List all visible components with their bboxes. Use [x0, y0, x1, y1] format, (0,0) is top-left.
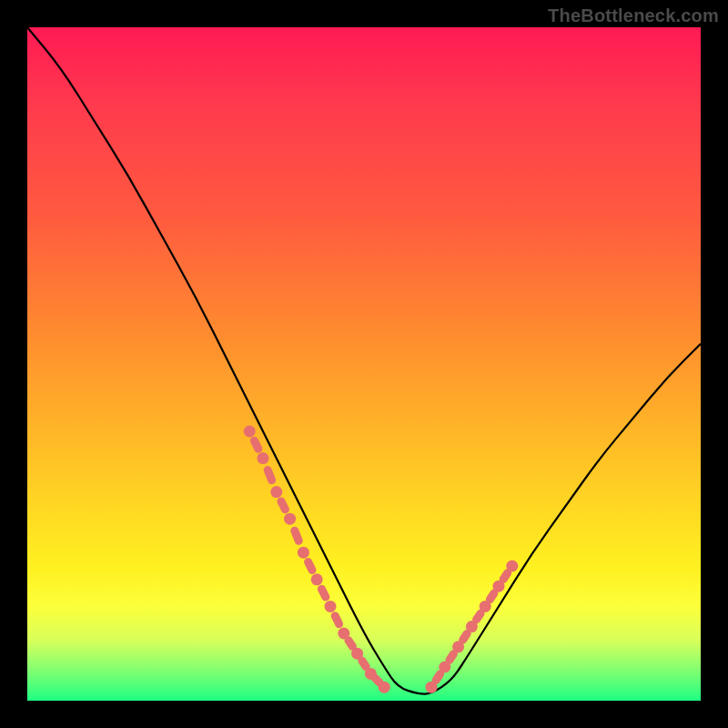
highlight-dot [298, 547, 309, 559]
chart-frame: TheBottleneck.com [0, 0, 728, 728]
highlight-dash [349, 641, 352, 647]
highlight-dots-left [244, 426, 390, 693]
highlight-dash [321, 589, 325, 597]
highlight-dot [325, 601, 337, 612]
highlight-dot [270, 486, 282, 498]
highlight-dot [244, 426, 256, 438]
highlight-dots-right [426, 561, 519, 693]
highlight-dash [450, 654, 453, 661]
highlight-dash [308, 562, 312, 571]
highlight-dash [436, 674, 440, 681]
highlight-dash [335, 616, 339, 624]
highlight-dash [268, 470, 271, 480]
highlight-dash [376, 679, 379, 682]
highlight-dot [284, 513, 296, 525]
watermark-text: TheBottleneck.com [548, 5, 719, 26]
highlight-dot [379, 682, 390, 693]
highlight-dash [463, 633, 467, 640]
plot-area [27, 27, 701, 701]
highlight-dash [503, 573, 507, 580]
highlight-dot [311, 573, 323, 585]
highlight-dot [258, 452, 269, 464]
curve-layer [27, 27, 701, 701]
highlight-dash [490, 593, 493, 600]
highlight-dash [477, 613, 480, 620]
highlight-dash [295, 531, 298, 541]
highlight-dot [506, 561, 518, 572]
highlight-dash [281, 501, 285, 510]
highlight-dash [254, 440, 258, 449]
bottleneck-curve [27, 27, 701, 694]
highlight-dash [362, 661, 366, 667]
